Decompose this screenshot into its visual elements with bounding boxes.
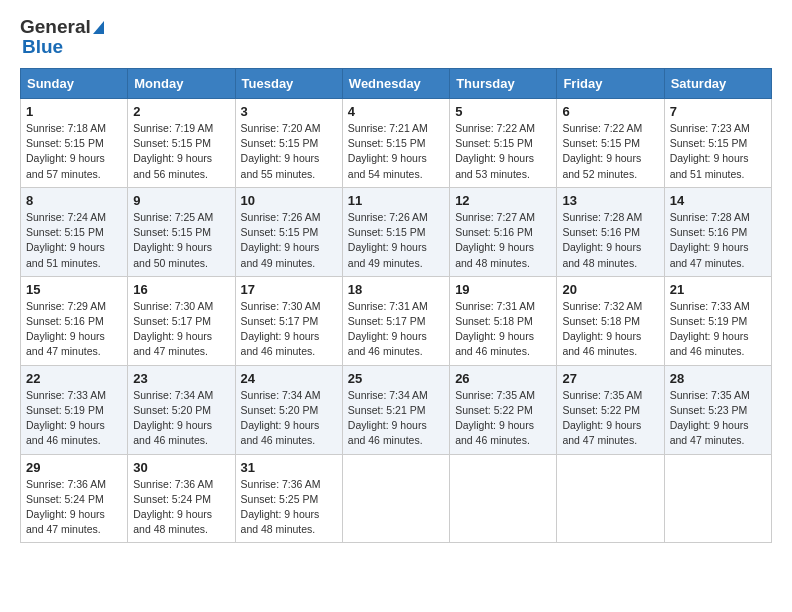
- calendar-day-8: 8 Sunrise: 7:24 AMSunset: 5:15 PMDayligh…: [21, 187, 128, 276]
- day-number: 10: [241, 193, 337, 208]
- calendar-day-3: 3 Sunrise: 7:20 AMSunset: 5:15 PMDayligh…: [235, 99, 342, 188]
- day-info: Sunrise: 7:20 AMSunset: 5:15 PMDaylight:…: [241, 122, 321, 180]
- empty-cell: [664, 454, 771, 543]
- logo: General Blue: [20, 16, 104, 58]
- day-info: Sunrise: 7:36 AMSunset: 5:24 PMDaylight:…: [26, 478, 106, 536]
- day-info: Sunrise: 7:33 AMSunset: 5:19 PMDaylight:…: [670, 300, 750, 358]
- day-info: Sunrise: 7:35 AMSunset: 5:22 PMDaylight:…: [455, 389, 535, 447]
- day-number: 3: [241, 104, 337, 119]
- header-day-friday: Friday: [557, 69, 664, 99]
- calendar-day-26: 26 Sunrise: 7:35 AMSunset: 5:22 PMDaylig…: [450, 365, 557, 454]
- day-number: 28: [670, 371, 766, 386]
- calendar-day-9: 9 Sunrise: 7:25 AMSunset: 5:15 PMDayligh…: [128, 187, 235, 276]
- day-info: Sunrise: 7:28 AMSunset: 5:16 PMDaylight:…: [670, 211, 750, 269]
- day-info: Sunrise: 7:22 AMSunset: 5:15 PMDaylight:…: [455, 122, 535, 180]
- day-number: 17: [241, 282, 337, 297]
- day-info: Sunrise: 7:36 AMSunset: 5:25 PMDaylight:…: [241, 478, 321, 536]
- day-number: 8: [26, 193, 122, 208]
- calendar-day-16: 16 Sunrise: 7:30 AMSunset: 5:17 PMDaylig…: [128, 276, 235, 365]
- calendar-day-30: 30 Sunrise: 7:36 AMSunset: 5:24 PMDaylig…: [128, 454, 235, 543]
- calendar-day-17: 17 Sunrise: 7:30 AMSunset: 5:17 PMDaylig…: [235, 276, 342, 365]
- calendar-header-row: SundayMondayTuesdayWednesdayThursdayFrid…: [21, 69, 772, 99]
- day-info: Sunrise: 7:26 AMSunset: 5:15 PMDaylight:…: [241, 211, 321, 269]
- day-number: 4: [348, 104, 444, 119]
- day-info: Sunrise: 7:34 AMSunset: 5:20 PMDaylight:…: [241, 389, 321, 447]
- calendar-day-29: 29 Sunrise: 7:36 AMSunset: 5:24 PMDaylig…: [21, 454, 128, 543]
- calendar-week-4: 22 Sunrise: 7:33 AMSunset: 5:19 PMDaylig…: [21, 365, 772, 454]
- logo-blue: Blue: [22, 36, 63, 58]
- calendar-day-5: 5 Sunrise: 7:22 AMSunset: 5:15 PMDayligh…: [450, 99, 557, 188]
- day-number: 26: [455, 371, 551, 386]
- day-info: Sunrise: 7:35 AMSunset: 5:22 PMDaylight:…: [562, 389, 642, 447]
- day-info: Sunrise: 7:32 AMSunset: 5:18 PMDaylight:…: [562, 300, 642, 358]
- day-info: Sunrise: 7:31 AMSunset: 5:18 PMDaylight:…: [455, 300, 535, 358]
- calendar-day-10: 10 Sunrise: 7:26 AMSunset: 5:15 PMDaylig…: [235, 187, 342, 276]
- calendar-week-1: 1 Sunrise: 7:18 AMSunset: 5:15 PMDayligh…: [21, 99, 772, 188]
- day-number: 14: [670, 193, 766, 208]
- calendar-week-3: 15 Sunrise: 7:29 AMSunset: 5:16 PMDaylig…: [21, 276, 772, 365]
- header-day-thursday: Thursday: [450, 69, 557, 99]
- day-info: Sunrise: 7:25 AMSunset: 5:15 PMDaylight:…: [133, 211, 213, 269]
- day-number: 29: [26, 460, 122, 475]
- day-info: Sunrise: 7:31 AMSunset: 5:17 PMDaylight:…: [348, 300, 428, 358]
- calendar-day-24: 24 Sunrise: 7:34 AMSunset: 5:20 PMDaylig…: [235, 365, 342, 454]
- day-info: Sunrise: 7:30 AMSunset: 5:17 PMDaylight:…: [241, 300, 321, 358]
- day-number: 6: [562, 104, 658, 119]
- page-header: General Blue: [20, 16, 772, 58]
- day-number: 23: [133, 371, 229, 386]
- empty-cell: [450, 454, 557, 543]
- day-info: Sunrise: 7:34 AMSunset: 5:20 PMDaylight:…: [133, 389, 213, 447]
- day-number: 18: [348, 282, 444, 297]
- day-number: 11: [348, 193, 444, 208]
- day-number: 7: [670, 104, 766, 119]
- day-number: 24: [241, 371, 337, 386]
- calendar-day-1: 1 Sunrise: 7:18 AMSunset: 5:15 PMDayligh…: [21, 99, 128, 188]
- calendar-day-4: 4 Sunrise: 7:21 AMSunset: 5:15 PMDayligh…: [342, 99, 449, 188]
- empty-cell: [557, 454, 664, 543]
- header-day-sunday: Sunday: [21, 69, 128, 99]
- calendar-day-6: 6 Sunrise: 7:22 AMSunset: 5:15 PMDayligh…: [557, 99, 664, 188]
- day-number: 20: [562, 282, 658, 297]
- day-info: Sunrise: 7:21 AMSunset: 5:15 PMDaylight:…: [348, 122, 428, 180]
- calendar-week-2: 8 Sunrise: 7:24 AMSunset: 5:15 PMDayligh…: [21, 187, 772, 276]
- logo-general: General: [20, 16, 91, 38]
- day-number: 27: [562, 371, 658, 386]
- calendar-table: SundayMondayTuesdayWednesdayThursdayFrid…: [20, 68, 772, 543]
- calendar-day-15: 15 Sunrise: 7:29 AMSunset: 5:16 PMDaylig…: [21, 276, 128, 365]
- day-number: 2: [133, 104, 229, 119]
- day-info: Sunrise: 7:18 AMSunset: 5:15 PMDaylight:…: [26, 122, 106, 180]
- day-info: Sunrise: 7:33 AMSunset: 5:19 PMDaylight:…: [26, 389, 106, 447]
- calendar-body: 1 Sunrise: 7:18 AMSunset: 5:15 PMDayligh…: [21, 99, 772, 543]
- calendar-day-14: 14 Sunrise: 7:28 AMSunset: 5:16 PMDaylig…: [664, 187, 771, 276]
- header-day-saturday: Saturday: [664, 69, 771, 99]
- day-number: 16: [133, 282, 229, 297]
- calendar-day-11: 11 Sunrise: 7:26 AMSunset: 5:15 PMDaylig…: [342, 187, 449, 276]
- calendar-day-28: 28 Sunrise: 7:35 AMSunset: 5:23 PMDaylig…: [664, 365, 771, 454]
- day-number: 9: [133, 193, 229, 208]
- day-info: Sunrise: 7:30 AMSunset: 5:17 PMDaylight:…: [133, 300, 213, 358]
- day-info: Sunrise: 7:35 AMSunset: 5:23 PMDaylight:…: [670, 389, 750, 447]
- day-info: Sunrise: 7:24 AMSunset: 5:15 PMDaylight:…: [26, 211, 106, 269]
- day-info: Sunrise: 7:19 AMSunset: 5:15 PMDaylight:…: [133, 122, 213, 180]
- day-info: Sunrise: 7:23 AMSunset: 5:15 PMDaylight:…: [670, 122, 750, 180]
- calendar-day-21: 21 Sunrise: 7:33 AMSunset: 5:19 PMDaylig…: [664, 276, 771, 365]
- day-number: 22: [26, 371, 122, 386]
- day-number: 15: [26, 282, 122, 297]
- calendar-day-12: 12 Sunrise: 7:27 AMSunset: 5:16 PMDaylig…: [450, 187, 557, 276]
- day-info: Sunrise: 7:26 AMSunset: 5:15 PMDaylight:…: [348, 211, 428, 269]
- calendar-day-31: 31 Sunrise: 7:36 AMSunset: 5:25 PMDaylig…: [235, 454, 342, 543]
- calendar-day-27: 27 Sunrise: 7:35 AMSunset: 5:22 PMDaylig…: [557, 365, 664, 454]
- day-number: 25: [348, 371, 444, 386]
- day-info: Sunrise: 7:36 AMSunset: 5:24 PMDaylight:…: [133, 478, 213, 536]
- day-number: 1: [26, 104, 122, 119]
- logo-arrow-icon: [93, 21, 104, 34]
- calendar-day-18: 18 Sunrise: 7:31 AMSunset: 5:17 PMDaylig…: [342, 276, 449, 365]
- day-info: Sunrise: 7:28 AMSunset: 5:16 PMDaylight:…: [562, 211, 642, 269]
- day-info: Sunrise: 7:29 AMSunset: 5:16 PMDaylight:…: [26, 300, 106, 358]
- calendar-day-19: 19 Sunrise: 7:31 AMSunset: 5:18 PMDaylig…: [450, 276, 557, 365]
- day-number: 30: [133, 460, 229, 475]
- day-number: 31: [241, 460, 337, 475]
- calendar-week-5: 29 Sunrise: 7:36 AMSunset: 5:24 PMDaylig…: [21, 454, 772, 543]
- day-info: Sunrise: 7:27 AMSunset: 5:16 PMDaylight:…: [455, 211, 535, 269]
- calendar-day-7: 7 Sunrise: 7:23 AMSunset: 5:15 PMDayligh…: [664, 99, 771, 188]
